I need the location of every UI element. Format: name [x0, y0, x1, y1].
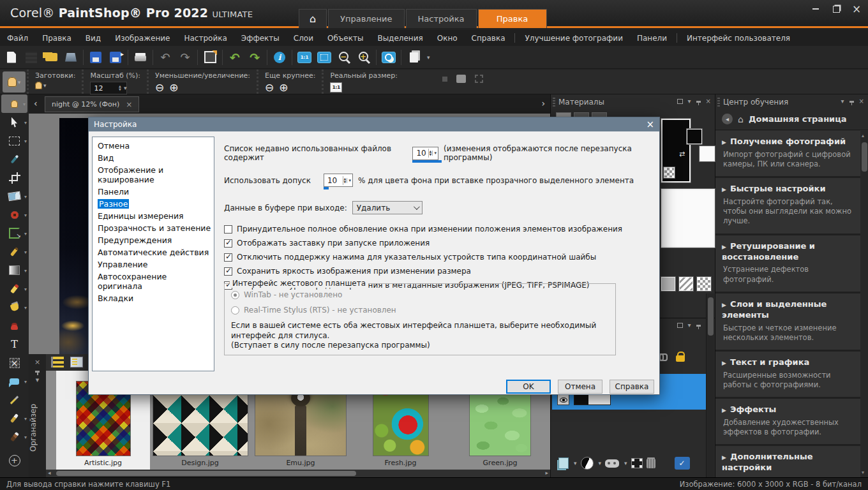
- zoom-spinner[interactable]: 12 ▲▼ ▾: [90, 82, 127, 94]
- pin-icon[interactable]: [849, 101, 854, 103]
- dialog-close-icon[interactable]: ×: [646, 119, 654, 130]
- chevron-down-icon[interactable]: ▾: [427, 54, 430, 61]
- maximize-panel-icon[interactable]: [677, 323, 683, 328]
- print-icon[interactable]: [133, 50, 148, 65]
- delete-layer-icon[interactable]: [647, 459, 655, 468]
- menu-item[interactable]: Файл: [0, 30, 35, 46]
- save-as-icon[interactable]: [108, 50, 123, 65]
- tool-knife[interactable]: [0, 390, 29, 409]
- menu-item[interactable]: Окно: [430, 30, 465, 46]
- save-icon[interactable]: [88, 50, 103, 65]
- spinner-arrows-icon[interactable]: ▲▼: [428, 149, 433, 158]
- home-icon[interactable]: [738, 114, 744, 124]
- zoom-value[interactable]: 12: [91, 84, 119, 93]
- style-solid-swatch[interactable]: [661, 277, 675, 291]
- organizer-sort-icon[interactable]: [51, 357, 64, 368]
- maximize-panel-icon[interactable]: [677, 99, 683, 104]
- category-item[interactable]: Единицы измерения: [93, 210, 214, 222]
- menu-item[interactable]: Слои: [287, 30, 320, 46]
- grid-icon[interactable]: [24, 50, 39, 65]
- background-swatch[interactable]: [661, 189, 715, 248]
- checkbox-row[interactable]: Принудительное полное обновление окна пр…: [224, 225, 653, 234]
- tab-manage[interactable]: Управление: [328, 9, 405, 28]
- learning-section-title[interactable]: Ретуширование и восстановление: [722, 241, 853, 263]
- actual-size-icon[interactable]: 1:1: [330, 82, 342, 93]
- checkbox-row[interactable]: Отключить поддержку нажима для указатель…: [224, 253, 653, 262]
- tool-eraser[interactable]: ▾: [0, 279, 29, 298]
- hand-preset-icon[interactable]: [35, 82, 42, 89]
- edit-selection-icon[interactable]: [631, 458, 643, 468]
- help-button[interactable]: Справка: [610, 380, 654, 394]
- style-transparent-swatch[interactable]: [697, 277, 711, 291]
- minimize-icon[interactable]: [811, 4, 821, 14]
- tool-lightness[interactable]: ▾: [0, 261, 29, 279]
- background-color-chip[interactable]: [700, 146, 715, 161]
- fit-window-icon[interactable]: [317, 52, 331, 63]
- menu-item[interactable]: Правка: [35, 30, 79, 46]
- restore-icon[interactable]: [831, 4, 841, 14]
- clipboard-select[interactable]: Удалить: [352, 201, 423, 214]
- chevron-down-icon[interactable]: ▾: [124, 85, 127, 91]
- learning-section-title[interactable]: Быстрые настройки: [722, 184, 853, 195]
- tab-edit[interactable]: Правка: [478, 9, 547, 28]
- rts-radio-row[interactable]: Real-Time Stylus (RTS) - не установлен: [231, 306, 615, 315]
- category-item[interactable]: Управление: [93, 258, 214, 271]
- tool-text[interactable]: [0, 335, 29, 353]
- tool-crop[interactable]: [0, 168, 29, 187]
- swap-colors-icon[interactable]: [679, 147, 687, 155]
- checkbox[interactable]: [224, 253, 232, 262]
- menu-item-photo-enhance[interactable]: Улучшение фотографии: [518, 30, 629, 46]
- category-item[interactable]: Панели: [93, 186, 214, 198]
- lock-icon[interactable]: [676, 355, 685, 362]
- chevron-down-icon[interactable]: ▾: [599, 460, 602, 466]
- night-image[interactable]: [59, 118, 89, 356]
- learning-section[interactable]: Получение фотографий Импорт фотографий с…: [715, 131, 861, 176]
- undo-icon[interactable]: [227, 50, 243, 65]
- scroll-down-icon[interactable]: ▾: [862, 470, 864, 475]
- mask-layer-icon[interactable]: [605, 459, 619, 468]
- tool-pan[interactable]: ▾: [1, 94, 27, 113]
- learning-scrollbar[interactable]: ▴ ▾: [860, 131, 868, 477]
- pin-icon[interactable]: [29, 370, 46, 372]
- tool-picture-tube[interactable]: [0, 316, 29, 335]
- learning-section-title[interactable]: Дополнительные настройки: [722, 452, 853, 473]
- spinner-arrows-icon[interactable]: ▲▼: [343, 176, 347, 185]
- spinner-slider-bar[interactable]: [324, 187, 329, 189]
- thumbnail-image[interactable]: [255, 385, 347, 456]
- category-item[interactable]: Вкладки: [93, 292, 214, 304]
- chevron-down-icon[interactable]: ▾: [574, 460, 577, 466]
- learning-section[interactable]: Дополнительные настройки Мощные инструме…: [715, 446, 861, 477]
- scroll-right-icon[interactable]: ▸: [545, 470, 548, 476]
- category-item[interactable]: Прозрачность и затенение: [93, 222, 214, 234]
- recent-files-spinner[interactable]: 10 ▲▼ ▾: [412, 147, 438, 160]
- category-item[interactable]: Автосохранение оригинала: [93, 271, 214, 292]
- learning-title-bar[interactable]: Центр обучения ▾ ×: [715, 94, 868, 110]
- resize-canvas-icon[interactable]: [202, 50, 218, 65]
- zoom-in-icon[interactable]: [359, 52, 368, 61]
- tool-add[interactable]: [0, 451, 29, 470]
- scroll-left-icon[interactable]: ◂: [48, 470, 51, 476]
- chevron-down-icon[interactable]: ▾: [43, 82, 47, 89]
- category-item[interactable]: Разное: [93, 198, 214, 210]
- chevron-down-icon[interactable]: ▾: [18, 79, 21, 85]
- checkbox-row[interactable]: Сохранить яркость изображения при измене…: [224, 267, 653, 276]
- redo-icon[interactable]: [247, 50, 262, 65]
- new-file-icon[interactable]: [4, 50, 19, 65]
- tool-deform[interactable]: [0, 353, 29, 372]
- tab-adjust[interactable]: Настройка: [406, 9, 477, 28]
- import-icon[interactable]: [63, 50, 79, 65]
- menu-item[interactable]: Справка: [465, 30, 513, 46]
- tool-paint-brush[interactable]: ▾: [0, 242, 29, 261]
- zoom-out-circle-icon[interactable]: ⊖: [155, 82, 164, 93]
- scrollbar-thumb[interactable]: [56, 471, 356, 476]
- learning-section[interactable]: Ретуширование и восстановление Устранени…: [715, 235, 861, 292]
- checkbox-row[interactable]: Отображать заставку при запуске приложен…: [224, 239, 653, 248]
- chevron-down-icon[interactable]: ▾: [688, 98, 691, 105]
- wintab-radio-row[interactable]: WinTab - не установлено: [231, 290, 615, 299]
- tool-flood-fill[interactable]: ▾: [0, 298, 29, 316]
- tab-scroll-right-icon[interactable]: ›: [541, 98, 545, 108]
- checkbox[interactable]: [224, 225, 232, 234]
- layer-visibility-icon[interactable]: [557, 394, 569, 405]
- close-panel-icon[interactable]: ×: [29, 358, 46, 366]
- tool-pick[interactable]: ▾: [0, 113, 29, 131]
